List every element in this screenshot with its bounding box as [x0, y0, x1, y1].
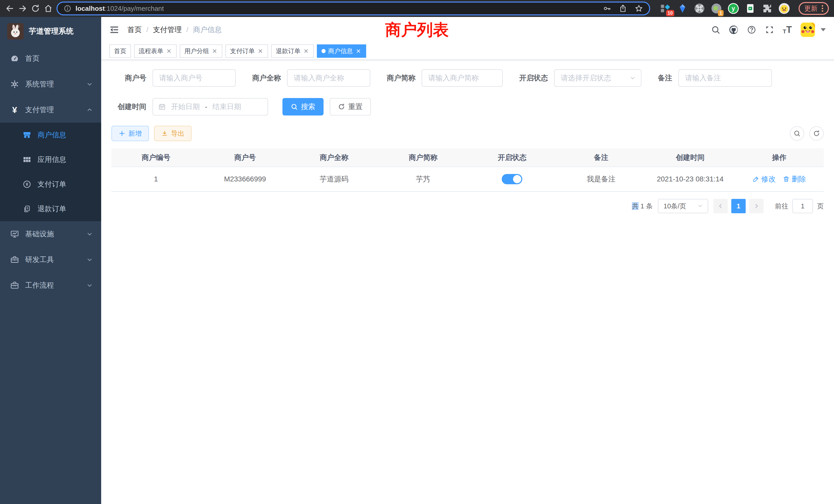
address-bar[interactable]: localhost:1024/pay/merchant [57, 2, 650, 16]
reload-icon[interactable] [31, 4, 40, 13]
tab-process-form[interactable]: 流程表单 [134, 44, 177, 58]
search-icon[interactable] [711, 25, 720, 35]
gear-icon [10, 80, 19, 89]
page-title-annotation: 商户列表 [385, 19, 449, 41]
sidebar-item-label: 首页 [25, 54, 93, 63]
cell-merchant-short: 芋艿 [378, 167, 467, 191]
current-page-button[interactable]: 1 [731, 199, 746, 213]
merchant-table: 商户编号 商户号 商户全称 商户简称 开启状态 备注 创建时间 操作 1 [111, 148, 824, 192]
table-toolbar: 新增 导出 [111, 126, 824, 141]
fullscreen-icon[interactable] [765, 25, 774, 35]
user-avatar[interactable] [800, 23, 815, 37]
share-icon[interactable] [619, 4, 627, 13]
pagination: 共 1 条 10条/页 1 前往 页 [111, 199, 824, 226]
github-icon[interactable] [729, 25, 738, 35]
help-icon[interactable] [747, 25, 756, 35]
profile-emoji-avatar[interactable] [778, 3, 790, 14]
hide-search-button[interactable] [790, 126, 804, 141]
field-label: 开启状态 [519, 73, 548, 83]
breadcrumb-pay[interactable]: 支付管理 [153, 25, 182, 35]
tab-merchant-info[interactable]: 商户信息 [317, 44, 366, 58]
table-row: 1 M233666999 芋道源码 芋艿 我是备注 2021-10-23 08:… [111, 167, 824, 191]
sheets-icon[interactable] [745, 3, 756, 14]
chevron-down-icon [86, 231, 93, 237]
address-bar-actions [603, 4, 643, 13]
font-size-icon[interactable]: TT [783, 25, 792, 35]
close-icon[interactable] [212, 48, 218, 54]
status-toggle[interactable] [502, 174, 522, 184]
reset-button[interactable]: 重置 [330, 98, 371, 115]
cell-merchant-name: 芋道源码 [290, 167, 379, 191]
goto-page-input[interactable] [792, 199, 813, 213]
sidebar-logo[interactable]: 芋道管理系统 [0, 17, 101, 46]
sidebar-item-label: 应用信息 [38, 155, 93, 164]
tab-pay-order[interactable]: 支付订单 [225, 44, 268, 58]
back-icon[interactable] [5, 4, 14, 13]
breadcrumb-home[interactable]: 首页 [127, 25, 142, 35]
record-icon[interactable]: 1 [711, 3, 722, 14]
filter-status: 开启状态 请选择开启状态 [519, 69, 641, 87]
filter-row-1: 商户号 商户全称 商户简称 开启状态 请选择开启状态 [111, 69, 824, 87]
add-button[interactable]: 新增 [111, 126, 149, 141]
start-date-placeholder: 开始日期 [171, 102, 200, 112]
prev-page-button[interactable] [713, 199, 728, 213]
browser-update-button[interactable]: 更新 [798, 2, 829, 15]
sidebar-item-home[interactable]: 首页 [0, 46, 101, 71]
close-icon[interactable] [303, 48, 309, 54]
chevron-down-icon [697, 203, 704, 209]
info-icon[interactable] [64, 5, 71, 12]
merchant-name-input[interactable] [287, 69, 370, 87]
cell-merchant-no: M233666999 [200, 167, 290, 191]
page-size-select[interactable]: 10条/页 [658, 199, 708, 213]
breadcrumb-separator: / [186, 26, 189, 34]
tab-home[interactable]: 首页 [109, 44, 131, 58]
delete-link[interactable]: 删除 [783, 174, 806, 184]
breadcrumb: 首页 / 支付管理 / 商户信息 [127, 25, 222, 35]
password-key-icon[interactable] [603, 4, 611, 13]
app-title: 芋道管理系统 [29, 26, 73, 37]
tab-user-group[interactable]: 用户分组 [180, 44, 222, 58]
sidebar-item-workflow[interactable]: 工作流程 [0, 273, 101, 298]
tab-refund-order[interactable]: 退款订单 [271, 44, 314, 58]
status-select[interactable]: 请选择开启状态 [554, 69, 641, 87]
sidebar-item-merchant-info[interactable]: 商户信息 [0, 123, 101, 147]
remark-input[interactable] [678, 69, 772, 87]
sidebar-item-dev-tools[interactable]: 研发工具 [0, 247, 101, 273]
breadcrumb-separator: / [146, 26, 148, 34]
export-button[interactable]: 导出 [154, 126, 192, 141]
sidebar-item-system[interactable]: 系统管理 [0, 71, 101, 97]
close-icon[interactable] [166, 48, 172, 54]
url-text: localhost:1024/pay/merchant [75, 5, 164, 13]
refresh-button[interactable] [809, 126, 824, 141]
browser-menu-icon[interactable] [822, 5, 823, 12]
create-time-range-picker[interactable]: 开始日期 - 结束日期 [153, 98, 268, 115]
gem-icon[interactable] [677, 3, 688, 14]
edit-link[interactable]: 修改 [753, 174, 776, 184]
goto-page-suffix: 页 [817, 202, 824, 211]
merchant-short-input[interactable] [422, 69, 503, 87]
next-page-button[interactable] [749, 199, 764, 213]
command-icon[interactable] [694, 3, 705, 14]
pay-submenu: 商户信息 应用信息 ¥ 支付订单 退款订单 [0, 123, 101, 221]
close-icon[interactable] [355, 48, 361, 54]
sidebar-item-pay-order[interactable]: ¥ 支付订单 [0, 172, 101, 197]
extension-grid-diamond-icon[interactable]: 10 [660, 3, 671, 14]
home-icon[interactable] [44, 4, 53, 13]
menu-fold-icon[interactable] [109, 25, 119, 35]
field-label: 备注 [658, 73, 672, 83]
sidebar-item-app-info[interactable]: 应用信息 [0, 147, 101, 172]
pagination-total: 共 1 条 [632, 202, 653, 211]
search-button[interactable]: 搜索 [282, 98, 324, 115]
status-select-placeholder: 请选择开启状态 [561, 73, 611, 83]
bookmark-star-icon[interactable] [635, 4, 643, 13]
forward-icon[interactable] [18, 4, 27, 13]
sidebar-item-pay[interactable]: ¥ 支付管理 [0, 97, 101, 123]
y-circle-icon[interactable]: y [728, 3, 739, 14]
pay-order-icon: ¥ [23, 180, 31, 189]
puzzle-icon[interactable] [762, 3, 773, 14]
close-icon[interactable] [257, 48, 263, 54]
sidebar-item-refund-order[interactable]: 退款订单 [0, 197, 101, 221]
caret-down-icon[interactable] [821, 28, 826, 31]
sidebar-item-infra[interactable]: 基础设施 [0, 221, 101, 247]
merchant-no-input[interactable] [153, 69, 236, 87]
